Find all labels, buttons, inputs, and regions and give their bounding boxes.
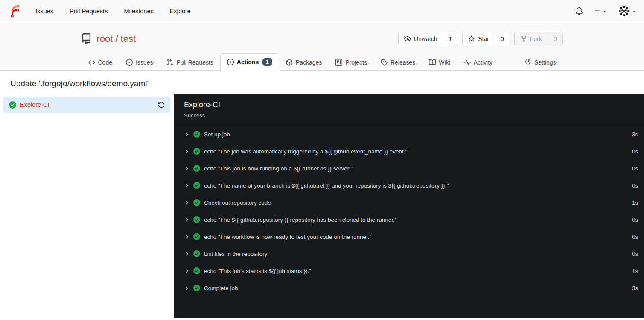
- fork-button: Fork: [515, 32, 548, 46]
- star-button[interactable]: Star: [463, 32, 495, 46]
- check-circle-icon: [193, 131, 200, 138]
- chevron-right-icon[interactable]: [184, 251, 189, 257]
- check-circle-icon: [193, 216, 200, 223]
- step-row[interactable]: Complete job 3s: [184, 279, 638, 297]
- nav-milestones[interactable]: Milestones: [116, 8, 161, 15]
- chevron-right-icon[interactable]: [184, 149, 189, 154]
- tag-icon: [381, 59, 388, 66]
- watch-count[interactable]: 1: [443, 32, 458, 46]
- unwatch-button-group: Unwatch 1: [398, 32, 458, 46]
- project-board-icon: [335, 59, 342, 66]
- step-duration: 0s: [632, 217, 638, 223]
- repo-owner-link[interactable]: root: [97, 33, 113, 44]
- job-log-header: Explore-CI Success: [174, 94, 644, 124]
- book-open-icon: [429, 59, 436, 66]
- check-circle-icon: [193, 182, 200, 189]
- plus-icon: [594, 8, 600, 14]
- check-circle-icon: [9, 101, 16, 109]
- job-item-explore-ci[interactable]: Explore-CI: [3, 97, 170, 113]
- tab-pull-requests[interactable]: Pull Requests: [160, 54, 220, 70]
- star-count[interactable]: 0: [495, 32, 510, 46]
- step-label: echo "The workflow is now ready to test …: [204, 234, 371, 240]
- step-row[interactable]: echo "The ${{ github.repository }} repos…: [184, 211, 638, 228]
- step-row[interactable]: echo "The workflow is now ready to test …: [184, 228, 638, 245]
- tab-projects[interactable]: Projects: [329, 54, 374, 70]
- nav-explore[interactable]: Explore: [162, 8, 199, 15]
- repo-breadcrumb: root/test: [97, 33, 136, 44]
- tab-settings[interactable]: Settings: [518, 54, 563, 70]
- chevron-right-icon[interactable]: [184, 217, 189, 223]
- chevron-down-icon: [632, 9, 636, 13]
- repo-book-icon: [82, 33, 93, 44]
- rerun-refresh-icon[interactable]: [158, 101, 165, 108]
- create-new-dropdown[interactable]: [594, 8, 607, 14]
- step-label: Complete job: [204, 285, 238, 291]
- tab-issues[interactable]: Issues: [119, 54, 160, 70]
- repo-name-link[interactable]: test: [121, 33, 136, 44]
- step-duration: 3s: [632, 131, 638, 138]
- step-row[interactable]: echo "The name of your branch is ${{ git…: [184, 177, 638, 194]
- navbar-links: Issues Pull Requests Milestones Explore: [27, 8, 199, 15]
- step-label: echo "The name of your branch is ${{ git…: [204, 182, 449, 189]
- check-circle-icon: [193, 250, 200, 257]
- step-duration: 1s: [632, 268, 638, 274]
- tab-activity[interactable]: Activity: [457, 54, 499, 70]
- job-log-panel: Explore-CI Success Set up job 3s echo "T…: [174, 94, 644, 318]
- step-duration: 0s: [632, 182, 638, 189]
- run-title: Update '.forgejo/workflows/demo.yaml': [0, 71, 644, 94]
- nav-issues[interactable]: Issues: [27, 8, 61, 15]
- forgejo-logo-icon[interactable]: [9, 5, 21, 18]
- actions-run-page: Update '.forgejo/workflows/demo.yaml' Ex…: [0, 71, 644, 318]
- job-status: Success: [184, 112, 634, 119]
- step-row[interactable]: Set up job 3s: [184, 126, 638, 143]
- step-row[interactable]: echo "This job's status is ${{ job.statu…: [184, 262, 638, 279]
- nav-pull-requests[interactable]: Pull Requests: [61, 8, 116, 15]
- step-row[interactable]: echo "This job is now running on a ${{ r…: [184, 160, 638, 177]
- chevron-right-icon[interactable]: [184, 268, 189, 274]
- step-label: echo "This job's status is ${{ job.statu…: [204, 268, 311, 274]
- job-steps-list: Set up job 3s echo "The job was automati…: [174, 124, 644, 297]
- job-name: Explore-CI: [20, 101, 50, 108]
- jobs-sidebar: Explore-CI: [0, 94, 174, 318]
- tab-actions[interactable]: Actions 1: [220, 53, 279, 71]
- step-duration: 0s: [632, 234, 638, 240]
- fork-count: 0: [548, 32, 562, 46]
- top-navbar: Issues Pull Requests Milestones Explore: [0, 0, 644, 22]
- user-menu-dropdown[interactable]: [618, 5, 636, 17]
- package-icon: [286, 59, 293, 66]
- step-label: List files in the repository: [204, 251, 268, 257]
- step-duration: 0s: [632, 251, 638, 257]
- tab-releases[interactable]: Releases: [374, 54, 422, 70]
- step-row[interactable]: echo "The job was automatically triggere…: [184, 143, 638, 160]
- step-duration: 0s: [632, 165, 638, 172]
- fork-icon: [520, 35, 527, 42]
- chevron-right-icon[interactable]: [184, 234, 189, 240]
- step-label: Set up job: [204, 131, 230, 138]
- chevron-right-icon[interactable]: [184, 132, 189, 137]
- play-circle-icon: [227, 59, 234, 65]
- check-circle-icon: [193, 165, 200, 172]
- tab-wiki[interactable]: Wiki: [422, 54, 457, 70]
- chevron-right-icon[interactable]: [184, 285, 189, 291]
- step-row[interactable]: List files in the repository 0s: [184, 245, 638, 262]
- tab-code[interactable]: Code: [82, 54, 119, 70]
- eye-closed-icon: [404, 35, 411, 42]
- step-label: Check out repository code: [204, 200, 271, 206]
- chevron-right-icon[interactable]: [184, 166, 189, 171]
- unwatch-button[interactable]: Unwatch: [399, 32, 443, 46]
- check-circle-icon: [193, 267, 200, 274]
- tab-packages[interactable]: Packages: [279, 54, 329, 70]
- issue-opened-icon: [126, 59, 133, 66]
- navbar-right: [575, 5, 636, 17]
- chevron-right-icon[interactable]: [184, 200, 189, 206]
- notifications-bell-icon[interactable]: [575, 7, 583, 15]
- star-icon: [468, 35, 475, 42]
- step-row[interactable]: Check out repository code 1s: [184, 194, 638, 211]
- step-label: echo "The job was automatically triggere…: [204, 148, 407, 155]
- step-duration: 3s: [632, 285, 638, 291]
- step-duration: 0s: [632, 148, 638, 155]
- chevron-right-icon[interactable]: [184, 183, 189, 188]
- fork-button-group: Fork 0: [514, 32, 563, 46]
- tools-icon: [525, 59, 531, 66]
- chevron-down-icon: [603, 9, 607, 13]
